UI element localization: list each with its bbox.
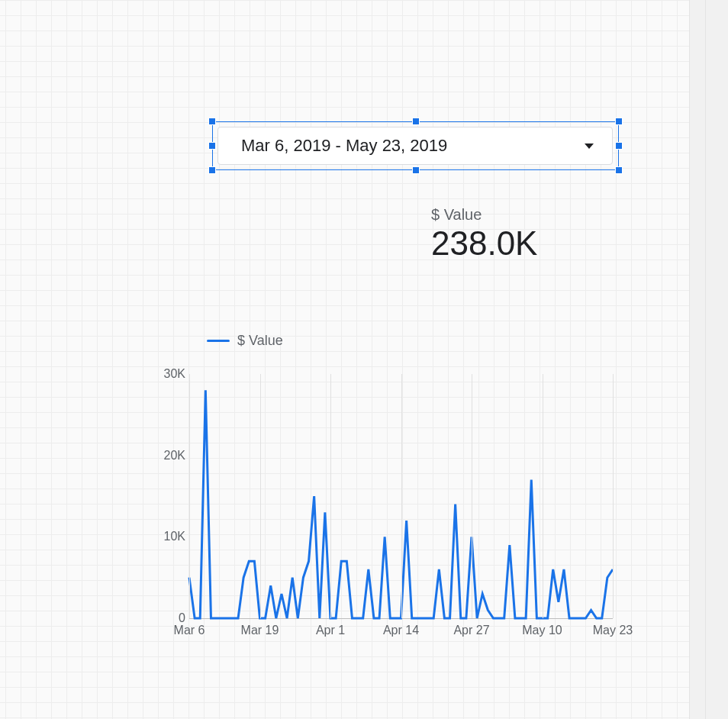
kpi-value: 238.0K: [431, 225, 537, 262]
resize-handle-bm[interactable]: [412, 166, 420, 174]
resize-handle-tl[interactable]: [208, 118, 216, 125]
resize-handle-mr[interactable]: [615, 142, 623, 150]
resize-handle-ml[interactable]: [208, 142, 216, 150]
chart-gridline: [543, 374, 543, 618]
editor-canvas[interactable]: Mar 6, 2019 - May 23, 2019 $ Value 238.0…: [0, 0, 728, 719]
canvas-gutter: [689, 0, 728, 719]
chart-gridline: [401, 374, 402, 618]
resize-handle-bl[interactable]: [208, 166, 216, 174]
chart-gridline: [260, 374, 261, 618]
chart-x-tick: Apr 14: [383, 624, 419, 637]
chart-y-tick: 0: [155, 611, 185, 625]
chart-x-tick: Mar 6: [174, 624, 205, 637]
resize-handle-tm[interactable]: [412, 118, 420, 125]
chart-x-tick: May 10: [522, 624, 562, 637]
date-range-selection: Mar 6, 2019 - May 23, 2019: [206, 115, 625, 176]
kpi-scorecard[interactable]: $ Value 238.0K: [431, 206, 537, 262]
kpi-label: $ Value: [431, 206, 537, 224]
chart-x-tick: Apr 1: [316, 624, 345, 637]
chart-y-tick: 30K: [155, 367, 185, 381]
resize-handle-tr[interactable]: [615, 118, 623, 125]
line-chart[interactable]: $ Value Mar 6Mar 19Apr 1Apr 14Apr 27May …: [155, 333, 624, 641]
chart-x-tick: Apr 27: [453, 624, 489, 637]
chart-gridline: [189, 374, 190, 618]
chart-gridline: [613, 374, 614, 618]
chart-gridline: [330, 374, 331, 618]
chart-y-tick: 20K: [155, 449, 185, 463]
chart-x-tick: May 23: [593, 624, 633, 637]
date-range-picker[interactable]: Mar 6, 2019 - May 23, 2019: [217, 127, 613, 165]
chart-y-tick: 10K: [155, 530, 185, 543]
chevron-down-icon: [585, 143, 594, 149]
chart-legend: $ Value: [207, 333, 624, 349]
date-range-label: Mar 6, 2019 - May 23, 2019: [241, 136, 447, 156]
chart-x-tick: Mar 19: [241, 624, 279, 637]
resize-handle-br[interactable]: [615, 166, 623, 174]
legend-swatch: [207, 340, 230, 342]
chart-gridline: [472, 374, 472, 618]
chart-plot-area: Mar 6Mar 19Apr 1Apr 14Apr 27May 10May 23…: [155, 363, 624, 641]
legend-series-label: $ Value: [237, 333, 283, 349]
